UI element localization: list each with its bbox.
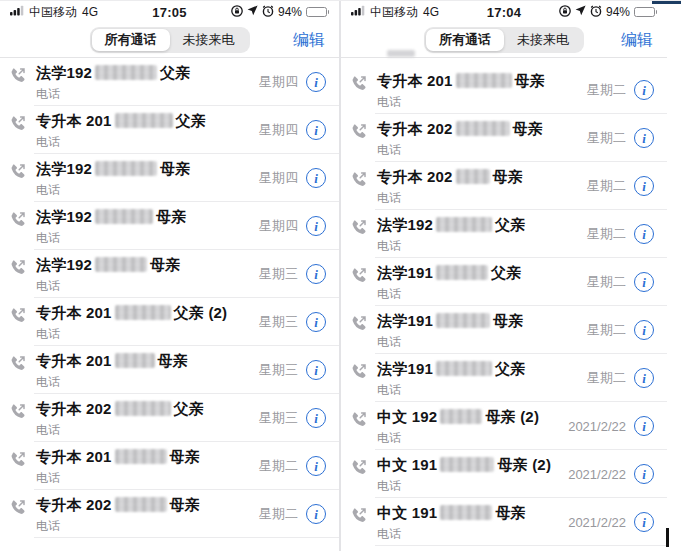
- outgoing-call-icon: [9, 307, 26, 328]
- outgoing-call-icon: [350, 315, 367, 336]
- info-button[interactable]: i: [634, 80, 654, 100]
- call-type-label: 电话: [377, 526, 526, 543]
- stitched-call-log-screenshots: 中国移动 4G 17:05 94%: [0, 0, 681, 551]
- info-button[interactable]: i: [306, 312, 326, 332]
- clock-time: 17:05: [152, 5, 187, 20]
- call-date-label: 星期二: [587, 177, 626, 195]
- tab-missed-calls[interactable]: 未接来电: [504, 29, 582, 51]
- rotation-lock-icon: [559, 5, 571, 20]
- call-log-row[interactable]: 中文 192母亲 (2) 电话 2021/2/22 i: [341, 402, 667, 450]
- redacted-name-segment: [456, 169, 490, 184]
- info-button[interactable]: i: [306, 456, 326, 476]
- contact-name: 专升本 201母亲: [377, 72, 545, 91]
- info-button[interactable]: i: [306, 360, 326, 380]
- info-button[interactable]: i: [634, 176, 654, 196]
- call-log-row[interactable]: 专升本 201母亲 电话 星期二 i: [341, 66, 667, 114]
- edit-button[interactable]: 编辑: [293, 30, 325, 51]
- call-log-row[interactable]: 专升本 201母亲 电话 星期三 i: [0, 346, 339, 394]
- info-button[interactable]: i: [306, 168, 326, 188]
- call-type-label: 电话: [377, 430, 539, 447]
- location-services-icon: [247, 5, 258, 19]
- call-log-row[interactable]: 专升本 202母亲 电话 星期二 i: [341, 162, 667, 210]
- edit-button[interactable]: 编辑: [621, 30, 653, 51]
- contact-name: 法学192母亲: [36, 256, 180, 275]
- call-log-row[interactable]: 专升本 201母亲 电话 星期二 i: [0, 442, 339, 490]
- screen-edge-artifact: [652, 1, 681, 4]
- call-log-list: 专升本 201母亲 电话 星期二 i 专升本 202母亲 电话 星期二 i: [341, 58, 667, 551]
- info-button[interactable]: i: [306, 264, 326, 284]
- call-log-row[interactable]: 法学191父亲 电话 星期二 i: [341, 258, 667, 306]
- call-type-label: 电话: [36, 86, 190, 103]
- outgoing-call-icon: [9, 355, 26, 376]
- tab-all-calls[interactable]: 所有通话: [92, 29, 170, 51]
- info-button[interactable]: i: [306, 120, 326, 140]
- info-button[interactable]: i: [634, 416, 654, 436]
- contact-name: 专升本 201母亲: [36, 448, 200, 467]
- call-log-row[interactable]: 法学191父亲 电话 星期二 i: [341, 354, 667, 402]
- info-button[interactable]: i: [634, 464, 654, 484]
- contact-name: 专升本 202父亲: [36, 400, 204, 419]
- call-date-label: 星期二: [587, 225, 626, 243]
- call-type-label: 电话: [36, 230, 186, 247]
- outgoing-call-icon: [9, 259, 26, 280]
- call-type-label: 电话: [377, 238, 525, 255]
- outgoing-call-icon: [350, 123, 367, 144]
- redacted-name-segment: [440, 409, 482, 424]
- call-log-row[interactable]: 专升本 201父亲 (2) 电话 星期三 i: [0, 298, 339, 346]
- call-date-label: 星期二: [259, 457, 298, 475]
- call-log-row[interactable]: 法学192母亲 电话 星期三 i: [0, 250, 339, 298]
- call-log-row[interactable]: 法学191母亲 电话 星期二 i: [341, 306, 667, 354]
- rotation-lock-icon: [231, 5, 243, 20]
- call-date-label: 星期三: [259, 265, 298, 283]
- info-button[interactable]: i: [306, 408, 326, 428]
- info-button[interactable]: i: [306, 216, 326, 236]
- info-button[interactable]: i: [634, 320, 654, 340]
- call-log-row[interactable]: 专升本 202母亲 电话 星期二 i: [0, 490, 339, 538]
- call-log-row[interactable]: 法学192父亲 电话 星期二 i: [341, 210, 667, 258]
- outgoing-call-icon: [350, 267, 367, 288]
- tab-all-calls[interactable]: 所有通话: [426, 29, 504, 51]
- recents-header: 所有通话 未接来电 编辑: [0, 23, 339, 58]
- call-date-label: 星期四: [259, 73, 298, 91]
- call-log-row[interactable]: 专升本 202父亲 电话 星期三 i: [0, 394, 339, 442]
- call-log-row[interactable]: 中文 191母亲 (2) 电话 2021/2/22 i: [341, 450, 667, 498]
- outgoing-call-icon: [350, 363, 367, 384]
- info-button[interactable]: i: [634, 272, 654, 292]
- call-log-row[interactable]: 专升本 202母亲 电话 星期二 i: [341, 114, 667, 162]
- redacted-name-segment: [95, 257, 147, 272]
- contact-name: 专升本 202母亲: [377, 120, 543, 139]
- redacted-name-segment: [95, 209, 153, 224]
- info-button[interactable]: i: [306, 72, 326, 92]
- call-date-label: 星期三: [259, 409, 298, 427]
- call-log-row[interactable]: 法学192母亲 电话 星期四 i: [0, 202, 339, 250]
- call-log-row[interactable]: 中文 191母亲 电话 2021/2/22 i: [341, 498, 667, 546]
- redacted-name-segment: [440, 457, 494, 472]
- text-cursor-artifact: [666, 528, 669, 547]
- info-button[interactable]: i: [634, 512, 654, 532]
- outgoing-call-icon: [350, 507, 367, 528]
- call-date-label: 星期三: [259, 313, 298, 331]
- call-log-list: 法学192父亲 电话 星期四 i 专升本 201父亲 电话 星期四 i: [0, 58, 339, 551]
- info-button[interactable]: i: [306, 504, 326, 524]
- redacted-name-segment: [440, 505, 492, 520]
- info-button[interactable]: i: [634, 368, 654, 388]
- redacted-name-segment: [436, 265, 488, 280]
- call-date-label: 星期四: [259, 121, 298, 139]
- info-button[interactable]: i: [634, 224, 654, 244]
- battery-icon: [634, 7, 657, 17]
- call-date-label: 星期二: [587, 321, 626, 339]
- call-type-label: 电话: [377, 142, 543, 159]
- call-log-row[interactable]: 法学192父亲 电话 星期四 i: [0, 58, 339, 106]
- call-date-label: 星期四: [259, 217, 298, 235]
- call-log-row[interactable]: 专升本 201父亲 电话 星期四 i: [0, 106, 339, 154]
- alarm-icon: [262, 5, 274, 20]
- redacted-name-segment: [115, 449, 167, 464]
- tab-missed-calls[interactable]: 未接来电: [170, 29, 248, 51]
- signal-strength-icon: [351, 5, 365, 19]
- info-button[interactable]: i: [634, 128, 654, 148]
- redacted-name-segment: [115, 401, 171, 416]
- contact-name: 专升本 201母亲: [36, 352, 188, 371]
- network-type-label: 4G: [82, 5, 98, 19]
- call-log-row[interactable]: 法学192母亲 电话 星期四 i: [0, 154, 339, 202]
- status-bar: 中国移动 4G 17:04 94%: [341, 1, 667, 23]
